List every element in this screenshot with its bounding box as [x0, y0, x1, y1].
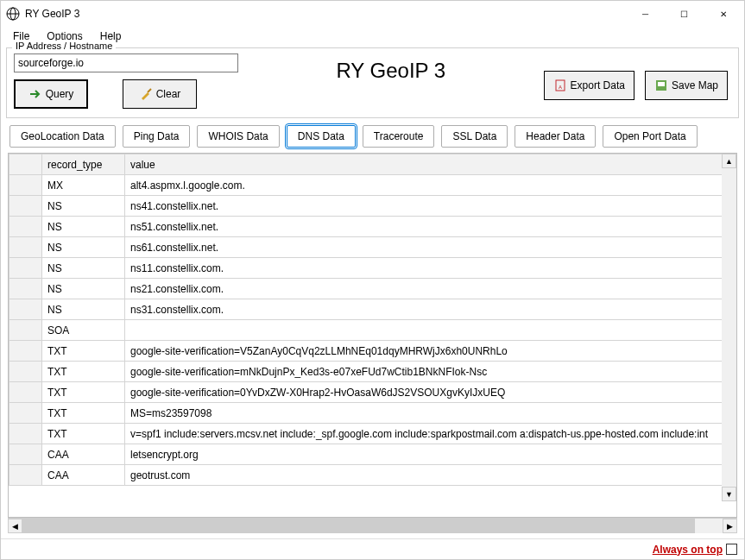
- table-row[interactable]: TXTv=spf1 include:servers.mcsv.net inclu…: [9, 424, 736, 444]
- status-bar: Always on top: [1, 538, 744, 559]
- table-row[interactable]: TXTgoogle-site-verification=mNkDujnPx_Ke…: [9, 362, 736, 382]
- clear-button-label: Clear: [156, 88, 181, 100]
- scroll-down-icon[interactable]: ▼: [722, 487, 736, 501]
- cell-record-type: NS: [42, 279, 125, 299]
- tab-ssl[interactable]: SSL Data: [441, 125, 508, 148]
- cell-record-type: NS: [42, 196, 125, 217]
- cell-record-type: TXT: [42, 362, 125, 382]
- cell-value: ns21.constellix.com.: [125, 279, 736, 299]
- table-header-row: record_type value: [9, 154, 736, 175]
- globe-icon: [6, 7, 20, 21]
- cell-record-type: TXT: [42, 424, 125, 444]
- export-data-label: Export Data: [571, 79, 625, 91]
- cell-record-type: TXT: [42, 341, 125, 362]
- cell-record-type: NS: [42, 258, 125, 279]
- table-row[interactable]: NSns31.constellix.com.: [9, 299, 736, 320]
- pdf-icon: A: [553, 79, 567, 92]
- cell-value: google-site-verification=V5ZanAy0CqVq2zL…: [125, 341, 736, 362]
- horizontal-scrollbar[interactable]: ◀ ▶: [8, 518, 737, 533]
- row-stub: [9, 217, 42, 237]
- table-row[interactable]: CAAletsencrypt.org: [9, 444, 736, 465]
- col-value[interactable]: value: [125, 154, 736, 175]
- tab-traceroute[interactable]: Traceroute: [363, 125, 435, 148]
- cell-record-type: NS: [42, 299, 125, 320]
- broom-icon: [139, 87, 153, 101]
- row-stub: [9, 320, 42, 341]
- row-stub: [9, 465, 42, 486]
- window-title: RY GeoIP 3: [25, 8, 79, 20]
- tab-openport[interactable]: Open Port Data: [603, 125, 697, 148]
- table-row[interactable]: NSns11.constellix.com.: [9, 258, 736, 279]
- cell-value: google-site-verification=mNkDujnPx_Ked3s…: [125, 362, 736, 382]
- scroll-right-icon[interactable]: ▶: [723, 519, 737, 533]
- cell-record-type: CAA: [42, 465, 125, 486]
- scroll-left-icon[interactable]: ◀: [8, 519, 22, 533]
- always-on-top-checkbox[interactable]: [726, 544, 737, 555]
- save-map-label: Save Map: [672, 79, 718, 91]
- vertical-scrollbar[interactable]: ▲ ▼: [722, 154, 736, 501]
- cell-value: ns31.constellix.com.: [125, 299, 736, 320]
- cell-record-type: TXT: [42, 382, 125, 403]
- tab-geolocation[interactable]: GeoLocation Data: [9, 125, 116, 148]
- arrow-right-icon: [28, 87, 42, 101]
- row-stub: [9, 424, 42, 444]
- always-on-top-link[interactable]: Always on top: [653, 544, 723, 556]
- query-button[interactable]: Query: [14, 79, 88, 109]
- row-stub: [9, 196, 42, 217]
- minimize-button[interactable]: ─: [626, 1, 665, 27]
- map-disk-icon: [654, 79, 668, 92]
- tab-ping[interactable]: Ping Data: [123, 125, 191, 148]
- row-stub: [9, 279, 42, 299]
- close-button[interactable]: ✕: [704, 1, 742, 27]
- cell-record-type: SOA: [42, 320, 125, 341]
- query-button-label: Query: [46, 88, 74, 100]
- cell-value: geotrust.com: [125, 465, 736, 486]
- row-stub: [9, 403, 42, 424]
- save-map-button[interactable]: Save Map: [645, 71, 728, 100]
- table-row[interactable]: TXTgoogle-site-verification=0YvDxZW-X0Hr…: [9, 382, 736, 403]
- table-row[interactable]: TXTgoogle-site-verification=V5ZanAy0CqVq…: [9, 341, 736, 362]
- row-stub: [9, 175, 42, 196]
- table-row[interactable]: TXTMS=ms23597098: [9, 403, 736, 424]
- maximize-button[interactable]: ☐: [665, 1, 704, 27]
- row-stub: [9, 299, 42, 320]
- table-row[interactable]: NSns41.constellix.net.: [9, 196, 736, 217]
- table-row[interactable]: MXalt4.aspmx.l.google.com.: [9, 175, 736, 196]
- row-stub: [9, 237, 42, 258]
- cell-value: ns11.constellix.com.: [125, 258, 736, 279]
- svg-line-3: [148, 89, 151, 92]
- data-grid: record_type value MXalt4.aspmx.l.google.…: [8, 153, 737, 518]
- col-record-type[interactable]: record_type: [42, 154, 125, 175]
- cell-value: letsencrypt.org: [125, 444, 736, 465]
- titlebar: RY GeoIP 3 ─ ☐ ✕: [1, 1, 744, 27]
- scroll-up-icon[interactable]: ▲: [722, 154, 736, 168]
- cell-record-type: NS: [42, 217, 125, 237]
- table-row[interactable]: CAAgeotrust.com: [9, 465, 736, 486]
- cell-value: MS=ms23597098: [125, 403, 736, 424]
- cell-value: ns41.constellix.net.: [125, 196, 736, 217]
- tab-header[interactable]: Header Data: [515, 125, 596, 148]
- tab-dns[interactable]: DNS Data: [287, 125, 356, 148]
- table-row[interactable]: NSns61.constellix.net.: [9, 237, 736, 258]
- cell-value: google-site-verification=0YvDxZW-X0Hrap2…: [125, 382, 736, 403]
- cell-record-type: MX: [42, 175, 125, 196]
- row-stub: [9, 258, 42, 279]
- table-row[interactable]: NSns51.constellix.net.: [9, 217, 736, 237]
- export-data-button[interactable]: A Export Data: [544, 71, 635, 100]
- cell-record-type: TXT: [42, 403, 125, 424]
- cell-record-type: NS: [42, 237, 125, 258]
- row-stub: [9, 382, 42, 403]
- row-stub: [9, 444, 42, 465]
- ip-input[interactable]: [14, 53, 238, 72]
- row-stub: [9, 362, 42, 382]
- row-header-stub: [9, 154, 42, 175]
- clear-button[interactable]: Clear: [123, 79, 197, 109]
- tab-whois[interactable]: WHOIS Data: [197, 125, 279, 148]
- tab-bar: GeoLocation Data Ping Data WHOIS Data DN…: [1, 120, 744, 151]
- table-row[interactable]: NSns21.constellix.com.: [9, 279, 736, 299]
- fieldset-legend: IP Address / Hostname: [12, 41, 116, 51]
- cell-value: ns51.constellix.net.: [125, 217, 736, 237]
- app-title: RY GeoIP 3: [238, 53, 544, 83]
- svg-rect-7: [658, 82, 665, 86]
- table-row[interactable]: SOA: [9, 320, 736, 341]
